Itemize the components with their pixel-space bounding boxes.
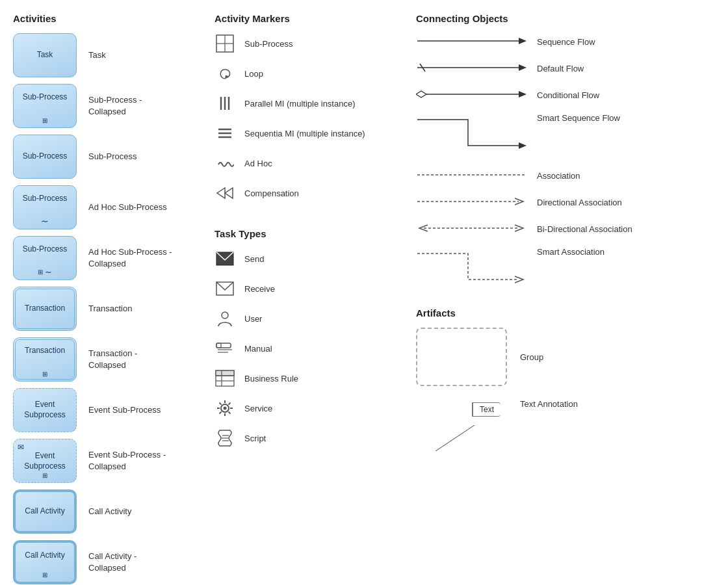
transaction-box-label: Transaction bbox=[25, 304, 65, 314]
sub-process-box[interactable]: Sub-Process bbox=[13, 135, 77, 179]
loop-marker-icon bbox=[214, 63, 235, 84]
compensation-marker-icon bbox=[214, 183, 235, 203]
event-subprocess-collapsed-box[interactable]: ✉ EventSubprocess ⊞ bbox=[13, 439, 77, 483]
conn-row-sequence: Sequence Flow bbox=[416, 33, 650, 51]
adhoc-collapsed-label: Sub-Process bbox=[23, 244, 68, 255]
task-type-script: Script bbox=[214, 428, 403, 448]
task-type-service: Service bbox=[214, 398, 403, 419]
activity-row-transaction: Transaction Transaction bbox=[13, 287, 208, 331]
task-box-label: Task bbox=[37, 50, 53, 60]
artifact-row-group: Group bbox=[416, 328, 650, 386]
text-annotation-box: Text bbox=[472, 402, 500, 417]
task-type-business-rule: Business Rule bbox=[214, 368, 403, 389]
artifact-row-text-annotation: Text Text Annotation bbox=[416, 399, 650, 451]
transaction-collapsed-label: Transaction bbox=[25, 346, 65, 356]
event-subprocess-collapsed-icon: ⊞ bbox=[42, 472, 47, 479]
receive-icon bbox=[214, 278, 235, 299]
directional-assoc-line bbox=[416, 194, 526, 211]
adhoc-sub-icon: ∼ bbox=[41, 216, 49, 226]
conn-row-smart-assoc: Smart Association bbox=[416, 247, 650, 288]
event-subprocess-label: EventSubprocess bbox=[24, 400, 65, 420]
adhoc-collapsed-box[interactable]: Sub-Process ⊞∼ bbox=[13, 236, 77, 280]
smart-sequence-flow-label: Smart Sequence Flow bbox=[537, 113, 620, 123]
svg-line-33 bbox=[229, 403, 231, 405]
sequential-marker-label: Sequentia MI (multiple instance) bbox=[244, 129, 365, 138]
task-type-user: User bbox=[214, 308, 403, 329]
activity-row-adhoc-sub: Sub-Process ∼ Ad Hoc Sub-Process bbox=[13, 185, 208, 229]
business-rule-icon bbox=[214, 368, 235, 389]
svg-marker-40 bbox=[519, 64, 526, 71]
svg-rect-15 bbox=[216, 343, 231, 348]
activity-row-sub-process-collapsed: Sub-Process ⊞ Sub-Process -Collapsed bbox=[13, 84, 208, 128]
svg-line-31 bbox=[229, 412, 231, 414]
adhoc-sub-label: Sub-Process bbox=[23, 194, 68, 204]
directional-assoc-label: Directional Association bbox=[537, 198, 622, 207]
svg-marker-45 bbox=[519, 142, 526, 149]
association-label: Association bbox=[537, 171, 580, 181]
svg-rect-20 bbox=[216, 370, 234, 376]
conditional-flow-label: Conditional Flow bbox=[537, 90, 599, 100]
activity-row-task: Task Task bbox=[13, 33, 208, 77]
event-subprocess-box[interactable]: EventSubprocess bbox=[13, 388, 77, 432]
group-box[interactable] bbox=[416, 328, 507, 386]
smart-sequence-flow-line bbox=[416, 113, 526, 154]
call-activity-collapsed-icon: ⊞ bbox=[42, 571, 47, 578]
transaction-collapsed-box[interactable]: Transaction ⊞ bbox=[13, 337, 77, 382]
parallel-marker-label: Parallel MI (multiple instance) bbox=[244, 99, 356, 109]
activity-row-transaction-collapsed: Transaction ⊞ Transaction -Collapsed bbox=[13, 337, 208, 382]
association-line bbox=[416, 167, 526, 185]
conn-row-directional-assoc: Directional Association bbox=[416, 194, 650, 211]
transaction-box[interactable]: Transaction bbox=[13, 287, 77, 331]
sub-process-label: Sub-Process bbox=[23, 151, 68, 162]
svg-point-14 bbox=[222, 312, 228, 318]
adhoc-marker-icon bbox=[214, 153, 235, 174]
text-annotation-text: Text bbox=[480, 405, 494, 414]
activity-row-sub-process: Sub-Process Sub-Process bbox=[13, 135, 208, 179]
event-subprocess-mail-icon: ✉ bbox=[18, 443, 24, 452]
conn-row-association: Association bbox=[416, 167, 650, 185]
send-icon bbox=[214, 248, 235, 269]
svg-marker-11 bbox=[225, 188, 233, 198]
svg-line-30 bbox=[220, 403, 222, 405]
subprocess-marker-label: Sub-Process bbox=[244, 39, 292, 49]
script-icon bbox=[214, 428, 235, 448]
sequence-flow-label: Sequence Flow bbox=[537, 37, 595, 47]
event-subprocess-collapsed-label: EventSubprocess bbox=[24, 451, 65, 471]
adhoc-collapsed-icons: ⊞∼ bbox=[38, 267, 52, 277]
event-subprocess-collapsed-text: Event Sub-Process -Collapsed bbox=[88, 449, 166, 473]
activity-row-event-subprocess-collapsed: ✉ EventSubprocess ⊞ Event Sub-Process -C… bbox=[13, 439, 208, 483]
smart-assoc-line bbox=[416, 247, 526, 288]
transaction-text: Transaction bbox=[88, 303, 132, 315]
manual-label: Manual bbox=[244, 344, 272, 354]
adhoc-sub-box[interactable]: Sub-Process ∼ bbox=[13, 185, 77, 229]
text-annotation-figure: Text bbox=[416, 399, 507, 451]
call-activity-collapsed-box[interactable]: Call Activity ⊞ bbox=[13, 540, 77, 584]
user-icon bbox=[214, 308, 235, 329]
call-activity-label: Call Activity bbox=[25, 506, 64, 517]
activity-markers-title: Activity Markers bbox=[214, 13, 403, 24]
marker-row-parallel: Parallel MI (multiple instance) bbox=[214, 93, 403, 114]
adhoc-collapsed-text: Ad Hoc Sub-Process -Collapsed bbox=[88, 246, 172, 270]
receive-label: Receive bbox=[244, 284, 275, 294]
script-label: Script bbox=[244, 434, 266, 443]
adhoc-marker-label: Ad Hoc bbox=[244, 159, 272, 168]
svg-marker-43 bbox=[519, 91, 526, 98]
connecting-objects-title: Connecting Objects bbox=[416, 13, 650, 24]
call-activity-collapsed-label: Call Activity bbox=[25, 551, 64, 561]
artifacts-section: Artifacts Group Text Text Annotation bbox=[416, 307, 650, 451]
text-annotation-label: Text Annotation bbox=[520, 399, 578, 409]
transaction-collapsed-icon: ⊞ bbox=[42, 370, 47, 378]
marker-row-compensation: Compensation bbox=[214, 183, 403, 203]
svg-line-32 bbox=[220, 412, 222, 414]
task-box[interactable]: Task bbox=[13, 33, 77, 77]
service-icon bbox=[214, 398, 235, 419]
conn-row-bidirectional-assoc: Bi-Directional Association bbox=[416, 220, 650, 238]
activity-row-adhoc-collapsed: Sub-Process ⊞∼ Ad Hoc Sub-Process -Colla… bbox=[13, 236, 208, 280]
task-types-title: Task Types bbox=[214, 228, 403, 239]
activity-row-call-activity-collapsed: Call Activity ⊞ Call Activity -Collapsed bbox=[13, 540, 208, 584]
call-activity-box[interactable]: Call Activity bbox=[13, 489, 77, 534]
call-activity-collapsed-text: Call Activity -Collapsed bbox=[88, 551, 136, 574]
sub-process-collapsed-box[interactable]: Sub-Process ⊞ bbox=[13, 84, 77, 128]
default-flow-label: Default Flow bbox=[537, 64, 584, 73]
sequential-marker-icon bbox=[214, 123, 235, 144]
